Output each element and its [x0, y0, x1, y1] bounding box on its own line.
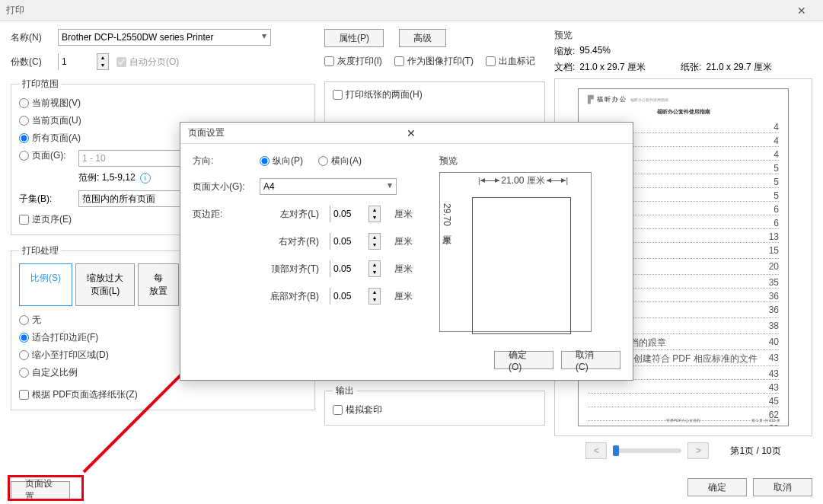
orientation-label: 方向: — [193, 155, 252, 167]
copies-spinner[interactable]: ▲▼ — [58, 53, 109, 70]
output-group: 输出 模拟套印 — [324, 384, 545, 426]
grayscale-check[interactable]: 灰度打印(l) — [324, 55, 382, 68]
properties-button[interactable]: 属性(P) — [324, 29, 384, 47]
spin-down-icon[interactable]: ▼ — [97, 62, 108, 69]
paper-value: 21.0 x 29.7 厘米 — [706, 61, 772, 74]
close-icon[interactable]: ✕ — [786, 5, 817, 17]
as-image-check[interactable]: 作为图像打印(T) — [394, 55, 474, 68]
margin-label: 页边距: — [193, 208, 252, 221]
orientation-portrait[interactable]: 纵向(P) — [260, 155, 303, 167]
bleed-check[interactable]: 出血标记 — [486, 55, 535, 68]
preview-header: 福昕办公套件使用指南 — [588, 108, 779, 116]
tab-large[interactable]: 缩放过大 页面(L) — [75, 263, 135, 306]
doc-label: 文档: — [554, 61, 575, 74]
dialog-cancel-button[interactable]: 取消(C) — [561, 351, 620, 369]
margin-top-spinner[interactable]: ▲▼ — [330, 260, 381, 277]
tab-tile[interactable]: 每 放置 — [138, 263, 179, 306]
dialog-close-icon[interactable]: ✕ — [407, 127, 625, 139]
zoom-value: 95.45% — [579, 45, 611, 58]
window-title: 打印 — [6, 4, 786, 17]
margin-left-spinner[interactable]: ▲▼ — [330, 206, 381, 222]
page-slider[interactable] — [613, 448, 681, 453]
cancel-button[interactable]: 取消 — [753, 478, 812, 496]
page-setup-dialog: 页面设置 ✕ 方向: 纵向(P) 横向(A) 页面大小(G): 页边距: 左对齐… — [180, 122, 633, 381]
preview-logo: 福昕办公 — [597, 95, 627, 104]
dialog-preview: | 21.00 厘米 | 29.70 厘米 — [439, 172, 592, 332]
printer-select[interactable] — [58, 29, 271, 46]
page-size-select[interactable] — [260, 178, 397, 195]
next-page-button[interactable]: > — [687, 442, 709, 459]
dialog-title: 页面设置 — [188, 126, 407, 139]
zoom-label: 缩放: — [554, 45, 575, 58]
subset-label: 子集(B): — [19, 193, 78, 206]
toc-line: 45 — [588, 396, 779, 407]
name-label: 名称(N) — [11, 31, 50, 44]
page-info: 第1页 / 10页 — [730, 445, 780, 458]
copies-label: 份数(C) — [11, 56, 50, 69]
dialog-ok-button[interactable]: 确定(O) — [494, 351, 553, 369]
collate-check: 自动分页(O) — [116, 56, 179, 69]
range-pages[interactable]: 页面(G): — [19, 149, 78, 162]
paper-label: 纸张: — [681, 61, 701, 74]
dialog-preview-title: 预览 — [439, 155, 620, 167]
duplex-check[interactable]: 打印纸张的两面(H) — [333, 88, 423, 101]
info-icon[interactable]: i — [140, 173, 151, 183]
prev-page-button[interactable]: < — [585, 442, 607, 459]
example-label: 范例: 1,5-9,12 — [78, 171, 136, 184]
orientation-landscape[interactable]: 横向(A) — [318, 155, 362, 167]
toc-line: 63 — [588, 423, 779, 426]
ok-button[interactable]: 确定 — [687, 478, 747, 496]
toc-line: 43 — [588, 382, 779, 394]
reverse-check[interactable]: 逆页序(E) — [19, 213, 72, 226]
tab-scale[interactable]: 比例(S) — [19, 263, 72, 306]
advanced-button[interactable]: 高级 — [399, 29, 446, 47]
page-size-label: 页面大小(G): — [193, 180, 252, 193]
preview-title: 预览 — [554, 29, 812, 42]
titlebar: 打印 ✕ — [0, 0, 823, 21]
page-setup-button[interactable]: 页面设置 — [11, 481, 70, 499]
simulate-check[interactable]: 模拟套印 — [333, 404, 382, 416]
doc-value: 21.0 x 29.7 厘米 — [579, 61, 646, 74]
spin-up-icon[interactable]: ▲ — [97, 54, 108, 62]
choose-by-pdf-check[interactable]: 根据 PDF页面选择纸张(Z) — [19, 388, 138, 401]
range-current-view[interactable]: 当前视图(V) — [19, 97, 307, 110]
margin-bottom-spinner[interactable]: ▲▼ — [330, 288, 381, 305]
margin-right-spinner[interactable]: ▲▼ — [330, 233, 381, 250]
